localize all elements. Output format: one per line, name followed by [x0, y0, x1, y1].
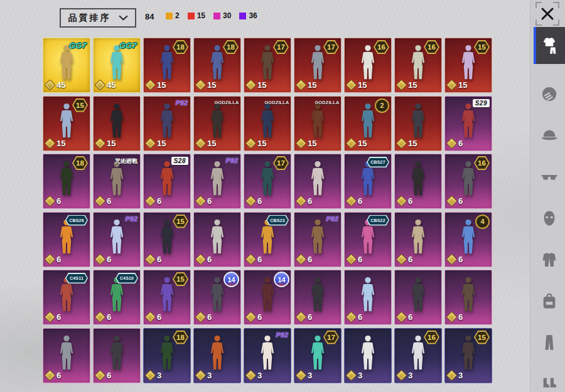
item-card[interactable]: 6: [294, 270, 342, 325]
item-card[interactable]: 163: [394, 328, 442, 383]
item-card[interactable]: 3: [193, 328, 241, 383]
item-card[interactable]: 6: [394, 270, 442, 325]
item-price-value: 15: [308, 80, 316, 90]
item-card[interactable]: 1715: [244, 38, 291, 93]
coin-icon: [44, 195, 55, 206]
item-card[interactable]: 176: [244, 154, 291, 209]
sidebar-item-pants[interactable]: [534, 330, 565, 355]
item-logo-p92: P92: [276, 331, 288, 339]
coin-icon: [295, 79, 306, 90]
item-card[interactable]: GG745: [93, 38, 141, 93]
item-card[interactable]: GODZILLA15: [244, 96, 291, 151]
character-figure: [155, 160, 180, 199]
item-card[interactable]: 1515: [444, 38, 492, 93]
item-card[interactable]: 咒術廻戰6: [93, 154, 141, 209]
item-card[interactable]: 6: [93, 328, 141, 383]
item-card[interactable]: C4S116: [43, 270, 90, 325]
item-card[interactable]: P926: [294, 212, 342, 267]
character-figure: [306, 160, 330, 199]
item-card[interactable]: 186: [43, 154, 90, 209]
item-card[interactable]: 153: [444, 328, 492, 383]
item-season-badge: CBS26: [65, 215, 88, 226]
coin-icon: [446, 311, 457, 322]
item-card[interactable]: 6: [294, 154, 342, 209]
sort-dropdown[interactable]: 品質排序: [60, 8, 136, 28]
item-price: 15: [297, 80, 316, 90]
item-card[interactable]: CBS226: [344, 212, 392, 267]
item-card[interactable]: GODZILLA15: [294, 96, 342, 151]
close-button[interactable]: [535, 2, 559, 26]
item-card[interactable]: 173: [294, 328, 342, 383]
item-card[interactable]: 156: [143, 212, 191, 267]
item-card[interactable]: 183: [143, 328, 191, 383]
item-card[interactable]: CBS236: [244, 212, 291, 267]
sidebar-item-jacket[interactable]: [534, 247, 565, 272]
item-card[interactable]: 215: [344, 96, 392, 151]
character-figure: [406, 102, 431, 141]
item-card[interactable]: 6: [444, 270, 492, 325]
sidebar-item-mask[interactable]: [534, 206, 565, 231]
sidebar-item-outfit[interactable]: [534, 27, 565, 64]
item-card[interactable]: 46: [444, 212, 492, 267]
item-card[interactable]: 1715: [294, 38, 342, 93]
item-price-value: 3: [157, 371, 161, 380]
item-season-badge: S29: [473, 99, 490, 107]
item-card[interactable]: 146: [193, 270, 241, 325]
item-card[interactable]: 1515: [43, 96, 90, 151]
item-card[interactable]: 1615: [344, 38, 392, 93]
item-card[interactable]: 15: [394, 96, 442, 151]
item-card[interactable]: CBS276: [344, 154, 392, 209]
sidebar-item-cap[interactable]: [534, 123, 565, 148]
item-card[interactable]: 1815: [193, 38, 241, 93]
item-card[interactable]: 156: [143, 270, 191, 325]
item-card[interactable]: CBS266: [43, 212, 90, 267]
item-card[interactable]: 1815: [143, 38, 191, 93]
item-card[interactable]: GODZILLA15: [193, 96, 241, 151]
item-price-value: 6: [157, 312, 161, 322]
item-card[interactable]: GG745: [43, 38, 90, 93]
sidebar-item-shoes[interactable]: [534, 371, 565, 392]
item-card[interactable]: 6: [394, 154, 442, 209]
item-card[interactable]: P926: [93, 212, 141, 267]
item-card[interactable]: S286: [143, 154, 191, 209]
coin-icon: [94, 79, 105, 90]
item-card[interactable]: 6: [193, 212, 241, 267]
cap-icon: [541, 127, 558, 144]
item-card[interactable]: 6: [43, 328, 90, 383]
item-card[interactable]: P9215: [143, 96, 191, 151]
sidebar-item-helmet[interactable]: [534, 82, 565, 107]
item-card[interactable]: S296: [444, 96, 492, 151]
outfit-icon: [540, 36, 559, 55]
item-card[interactable]: P926: [193, 154, 241, 209]
coin-icon: [94, 253, 105, 265]
item-card[interactable]: 3: [344, 328, 392, 383]
sidebar-item-glasses[interactable]: [534, 164, 565, 189]
item-card[interactable]: 6: [394, 212, 442, 267]
legend-count: 36: [249, 11, 257, 20]
item-price: 15: [196, 80, 216, 90]
item-price: 6: [297, 255, 312, 264]
item-logo-p92: P92: [125, 215, 137, 223]
item-price: 3: [347, 371, 362, 380]
item-price: 15: [146, 139, 166, 148]
sidebar-item-bag[interactable]: [534, 289, 565, 314]
character-figure: [456, 276, 481, 315]
coin-icon: [295, 253, 306, 265]
jacket-icon: [541, 251, 558, 268]
item-card[interactable]: 146: [244, 270, 291, 325]
character-figure: [205, 160, 230, 199]
item-card[interactable]: 166: [444, 154, 492, 209]
item-logo-p92: P92: [225, 157, 238, 164]
item-card[interactable]: P923: [244, 328, 291, 383]
item-card[interactable]: C4S106: [93, 270, 141, 325]
item-card[interactable]: 15: [93, 96, 141, 151]
item-card[interactable]: 6: [344, 270, 392, 325]
item-price: 15: [247, 80, 266, 90]
character-figure: [356, 334, 380, 373]
item-price: 6: [247, 196, 262, 206]
item-price-value: 6: [458, 139, 463, 148]
coin-icon: [245, 195, 256, 206]
legend-count: 15: [197, 11, 205, 20]
item-logo-godzilla: GODZILLA: [264, 100, 289, 105]
item-card[interactable]: 1615: [394, 38, 442, 93]
